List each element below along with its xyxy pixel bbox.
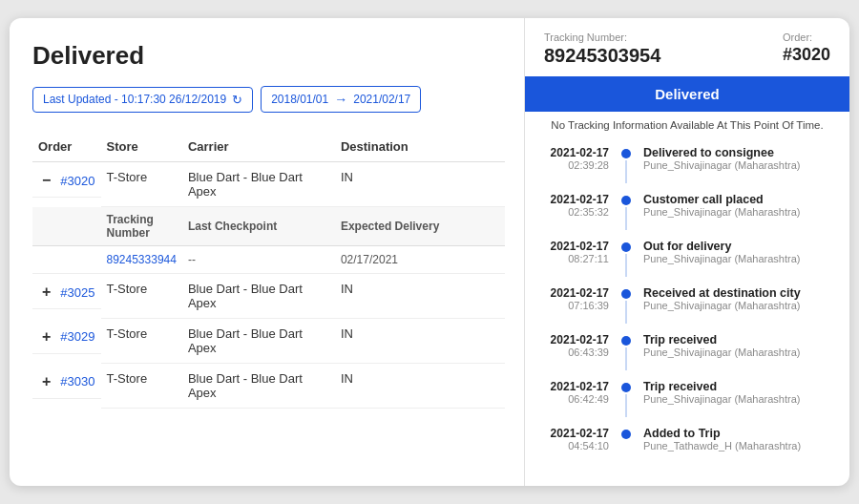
- timeline-dot: [621, 383, 631, 392]
- timeline-item: 2021-02-1702:35:32Customer call placedPu…: [540, 193, 834, 230]
- timeline-item: 2021-02-1708:27:11Out for deliveryPune_S…: [540, 240, 834, 277]
- timeline-date: 2021-02-17: [540, 193, 609, 206]
- timeline-time: 02:35:32: [540, 206, 609, 218]
- timeline-event: Trip received: [643, 333, 834, 346]
- sub-col-2: Expected Delivery: [335, 207, 505, 246]
- arrow-icon: →: [334, 92, 347, 107]
- col-destination: Destination: [335, 132, 505, 162]
- timeline-date: 2021-02-17: [540, 146, 609, 159]
- timeline-line: [625, 301, 627, 324]
- timeline-time: 06:43:39: [540, 346, 609, 358]
- tracking-label: Tracking Number:: [544, 32, 660, 43]
- timeline-event: Out for delivery: [643, 240, 834, 253]
- timeline-date: 2021-02-17: [540, 240, 609, 253]
- timeline-dot: [621, 196, 631, 205]
- timeline-location: Pune_Shivajinagar (Maharashtra): [643, 300, 834, 311]
- no-tracking-message: No Tracking Information Available At Thi…: [525, 119, 849, 140]
- tracking-number-cell[interactable]: 89245333944: [101, 246, 182, 274]
- expand-button[interactable]: +: [38, 373, 54, 390]
- last-updated-button[interactable]: Last Updated - 10:17:30 26/12/2019 ↻: [32, 87, 253, 113]
- timeline-line: [625, 254, 627, 277]
- timeline-line: [625, 347, 627, 370]
- timeline-item: 2021-02-1702:39:28Delivered to consignee…: [540, 146, 834, 183]
- timeline-item: 2021-02-1707:16:39Received at destinatio…: [540, 286, 834, 324]
- store-cell: T-Store: [101, 319, 182, 364]
- timeline-time: 02:39:28: [540, 159, 609, 171]
- timeline-time: 07:16:39: [540, 300, 609, 311]
- store-cell: T-Store: [101, 162, 182, 207]
- sub-header-row: Tracking NumberLast CheckpointExpected D…: [32, 207, 505, 246]
- timeline-event: Delivered to consignee: [643, 146, 834, 159]
- timeline-dot: [621, 149, 631, 158]
- timeline-date: 2021-02-17: [540, 333, 609, 346]
- destination-cell: IN: [335, 274, 505, 319]
- timeline-location: Pune_Tathawde_H (Maharashtra): [643, 440, 834, 452]
- timeline-location: Pune_Shivajinagar (Maharashtra): [643, 159, 834, 171]
- expected-delivery-cell: 02/17/2021: [335, 246, 505, 274]
- carrier-cell: Blue Dart - Blue Dart Apex: [182, 364, 335, 409]
- timeline-dot: [621, 289, 631, 299]
- order-link[interactable]: #3030: [60, 374, 94, 388]
- refresh-icon: ↻: [232, 93, 242, 107]
- filter-bar: Last Updated - 10:17:30 26/12/2019 ↻ 201…: [32, 86, 505, 113]
- destination-cell: IN: [335, 319, 505, 364]
- carrier-cell: Blue Dart - Blue Dart Apex: [182, 274, 335, 319]
- timeline-item: 2021-02-1704:54:10Added to TripPune_Tath…: [540, 427, 834, 452]
- destination-cell: IN: [335, 364, 505, 409]
- timeline-line: [625, 160, 627, 183]
- store-cell: T-Store: [101, 364, 182, 409]
- timeline-event: Added to Trip: [643, 427, 834, 440]
- date-from: 2018/01/01: [271, 93, 328, 106]
- timeline-location: Pune_Shivajinagar (Maharashtra): [643, 206, 834, 218]
- table-header-row: Order Store Carrier Destination: [32, 132, 505, 162]
- order-block: Order: #3020: [783, 32, 830, 65]
- orders-table: Order Store Carrier Destination −#3020T-…: [32, 132, 505, 409]
- table-row: +#3029T-StoreBlue Dart - Blue Dart ApexI…: [32, 319, 505, 364]
- timeline: 2021-02-1702:39:28Delivered to consignee…: [525, 140, 849, 486]
- right-panel: Tracking Number: 89245303954 Order: #302…: [525, 18, 849, 486]
- left-panel: Delivered Last Updated - 10:17:30 26/12/…: [10, 18, 525, 486]
- order-number: #3020: [783, 45, 830, 65]
- timeline-dot: [621, 430, 631, 439]
- timeline-line: [625, 207, 627, 230]
- main-card: Delivered Last Updated - 10:17:30 26/12/…: [10, 18, 849, 486]
- expand-button[interactable]: −: [38, 172, 54, 189]
- tracking-number: 89245303954: [544, 45, 660, 67]
- date-range-button[interactable]: 2018/01/01 → 2021/02/17: [261, 86, 421, 113]
- timeline-event: Trip received: [643, 380, 834, 393]
- carrier-cell: Blue Dart - Blue Dart Apex: [182, 162, 335, 207]
- timeline-event: Customer call placed: [643, 193, 834, 206]
- store-cell: T-Store: [101, 274, 182, 319]
- col-order: Order: [32, 132, 101, 162]
- timeline-location: Pune_Shivajinagar (Maharashtra): [643, 346, 834, 358]
- order-label: Order:: [783, 32, 830, 43]
- timeline-date: 2021-02-17: [540, 427, 609, 440]
- timeline-location: Pune_Shivajinagar (Maharashtra): [643, 253, 834, 264]
- expand-button[interactable]: +: [38, 328, 54, 346]
- destination-cell: IN: [335, 162, 505, 207]
- timeline-time: 08:27:11: [540, 253, 609, 264]
- expand-button[interactable]: +: [38, 284, 54, 301]
- col-carrier: Carrier: [182, 132, 335, 162]
- order-link[interactable]: #3025: [60, 285, 94, 300]
- timeline-item: 2021-02-1706:42:49Trip receivedPune_Shiv…: [540, 380, 834, 417]
- page-title: Delivered: [32, 41, 505, 71]
- right-header: Tracking Number: 89245303954 Order: #302…: [525, 18, 849, 76]
- timeline-time: 04:54:10: [540, 440, 609, 452]
- timeline-date: 2021-02-17: [540, 380, 609, 393]
- sub-col-0: Tracking Number: [101, 207, 182, 246]
- tracking-row: 89245333944--02/17/2021: [32, 246, 505, 274]
- timeline-line: [625, 394, 627, 417]
- timeline-dot: [621, 242, 631, 252]
- last-checkpoint-cell: --: [182, 246, 335, 274]
- order-link[interactable]: #3020: [60, 174, 94, 188]
- timeline-dot: [621, 336, 631, 346]
- timeline-item: 2021-02-1706:43:39Trip receivedPune_Shiv…: [540, 333, 834, 370]
- order-link[interactable]: #3029: [60, 329, 94, 344]
- timeline-event: Received at destination city: [643, 286, 834, 300]
- date-to: 2021/02/17: [353, 93, 410, 106]
- table-row: −#3020T-StoreBlue Dart - Blue Dart ApexI…: [32, 162, 505, 207]
- table-row: +#3030T-StoreBlue Dart - Blue Dart ApexI…: [32, 364, 505, 409]
- sub-col-1: Last Checkpoint: [182, 207, 335, 246]
- table-row: +#3025T-StoreBlue Dart - Blue Dart ApexI…: [32, 274, 505, 319]
